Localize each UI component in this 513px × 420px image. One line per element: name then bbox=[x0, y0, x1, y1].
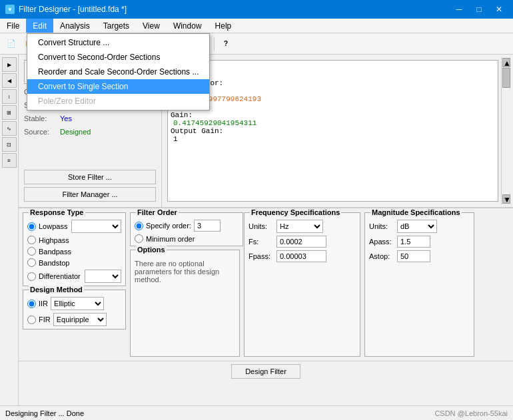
radio-iir[interactable]: IIR bbox=[27, 300, 48, 308]
fpass-input[interactable] bbox=[276, 250, 326, 262]
scroll-arrow-up[interactable]: ▲ bbox=[502, 58, 510, 67]
design-method-title: Design Method bbox=[29, 286, 84, 294]
fs-input[interactable] bbox=[276, 236, 326, 248]
filter-order-panel: Filter Order Specify order: bbox=[130, 212, 243, 246]
close-button[interactable]: ✕ bbox=[490, 3, 508, 16]
iir-row: IIR Elliptic bbox=[27, 297, 121, 310]
design-method-panel: Design Method IIR Elliptic bbox=[23, 290, 126, 329]
response-type-panel: Response Type Lowpass Highpass Bandpass bbox=[23, 212, 126, 286]
scroll-arrow-down[interactable]: ▼ bbox=[502, 194, 510, 204]
status-text: Designing Filter ... Done bbox=[5, 409, 84, 417]
scroll-track[interactable]: ▲ ▼ bbox=[501, 57, 510, 204]
text-denom-3: 0 bbox=[171, 103, 495, 111]
sidebar-btn-3[interactable]: ↕ bbox=[2, 89, 17, 104]
apass-row: Apass: bbox=[369, 236, 470, 248]
radio-specify-order[interactable]: Specify order: bbox=[135, 222, 191, 230]
source-row: Source: Designed bbox=[24, 126, 156, 137]
sidebar-btn-4[interactable]: ⊞ bbox=[2, 105, 17, 120]
sidebar-btn-2[interactable]: ◀ bbox=[2, 73, 17, 88]
sidebar-btn-5[interactable]: ∿ bbox=[2, 121, 17, 136]
mag-spec-panel: Magnitude Specifications Units: dB Apass… bbox=[364, 212, 474, 357]
fir-select[interactable]: Equiripple bbox=[53, 313, 107, 326]
design-method-content: IIR Elliptic FIR Equiripple bbox=[27, 297, 121, 326]
status-bar: Designing Filter ... Done CSDN @Lebron-5… bbox=[0, 405, 513, 420]
design-panel: Response Type Lowpass Highpass Bandpass bbox=[19, 208, 513, 381]
dropdown-pole-zero: Pole/Zero Editor bbox=[27, 94, 209, 108]
radio-differentiator[interactable]: Differentiator bbox=[27, 270, 121, 283]
radio-lowpass[interactable]: Lowpass bbox=[27, 220, 121, 233]
source-value: Designed bbox=[60, 128, 91, 136]
mag-units-select[interactable]: dB bbox=[397, 220, 437, 233]
dropdown-convert-second-order[interactable]: Convert to Second-Order Sections bbox=[27, 50, 209, 65]
filter-manager-button[interactable]: Filter Manager ... bbox=[24, 187, 156, 202]
store-filter-button[interactable]: Store Filter ... bbox=[24, 170, 156, 184]
menu-analysis[interactable]: Analysis bbox=[53, 19, 97, 33]
middle-design-col: Filter Order Specify order: bbox=[130, 212, 240, 357]
mag-spec-title: Magnitude Specifications bbox=[370, 208, 462, 216]
radio-minimum-order[interactable]: Minimum order bbox=[135, 234, 239, 243]
menu-window[interactable]: Window bbox=[167, 19, 209, 33]
radio-highpass[interactable]: Highpass bbox=[27, 236, 121, 244]
radio-fir[interactable]: FIR Equiripple bbox=[27, 313, 121, 326]
sidebar-btn-1[interactable]: ▶ bbox=[2, 57, 17, 72]
stable-row: Stable: Yes bbox=[24, 113, 156, 124]
edit-dropdown-menu: Convert Structure ... Convert to Second-… bbox=[27, 33, 210, 110]
units-label: Units: bbox=[249, 222, 274, 230]
options-text: There are no optional parameters for thi… bbox=[135, 260, 235, 284]
dropdown-convert-single[interactable]: Convert to Single Section bbox=[27, 79, 209, 94]
order-input[interactable] bbox=[194, 220, 221, 232]
scroll-thumb[interactable] bbox=[502, 68, 510, 88]
units-select[interactable]: Hz bbox=[276, 220, 323, 233]
freq-spec-title: Frequency Specifications bbox=[250, 208, 341, 216]
menu-edit[interactable]: Edit bbox=[26, 19, 53, 33]
text-display: 1 0 Denominator: 1 -0.63861997799624193 … bbox=[167, 60, 498, 202]
text-output-gain-label: Output Gain: bbox=[171, 127, 495, 135]
options-title: Options bbox=[136, 246, 167, 254]
fs-label: Fs: bbox=[249, 238, 274, 246]
freq-spec-content: Units: Hz Fs: Fpass: bbox=[249, 220, 356, 262]
toolbar-help[interactable]: ? bbox=[217, 36, 235, 52]
maximize-button[interactable]: □ bbox=[470, 3, 488, 16]
text-gain-value: 0.41745929041954311 bbox=[171, 119, 495, 127]
menu-targets[interactable]: Targets bbox=[97, 19, 136, 33]
watermark: CSDN @Lebron-55kai bbox=[434, 409, 508, 417]
apass-input[interactable] bbox=[397, 236, 430, 248]
iir-select[interactable]: Elliptic bbox=[51, 297, 104, 310]
menu-bar: File Edit Analysis Targets View Window H… bbox=[0, 19, 513, 33]
mag-units-label: Units: bbox=[369, 222, 394, 230]
mag-units-row: Units: dB bbox=[369, 220, 470, 233]
title-bar-left: ▼ Filter Designer - [untitled.fda *] bbox=[5, 5, 127, 14]
text-denom-1: 1 bbox=[171, 87, 495, 95]
sidebar-btn-7[interactable]: ≡ bbox=[2, 153, 17, 168]
options-panel: Options There are no optional parameters… bbox=[130, 250, 240, 357]
menu-view[interactable]: View bbox=[136, 19, 167, 33]
astop-input[interactable] bbox=[397, 250, 430, 262]
apass-label: Apass: bbox=[369, 238, 394, 246]
astop-row: Astop: bbox=[369, 250, 470, 262]
diff-select[interactable] bbox=[85, 270, 121, 283]
fs-row: Fs: bbox=[249, 236, 356, 248]
toolbar-sep-2 bbox=[214, 37, 215, 51]
title-bar: ▼ Filter Designer - [untitled.fda *] ─ □… bbox=[0, 0, 513, 19]
text-denom-2: -0.63861997799624193 bbox=[171, 95, 495, 103]
text-gain-label: Gain: bbox=[171, 111, 495, 119]
sidebar-btn-6[interactable]: ⊡ bbox=[2, 137, 17, 152]
stable-label: Stable: bbox=[24, 114, 57, 122]
dropdown-reorder-scale[interactable]: Reorder and Scale Second-Order Sections … bbox=[27, 65, 209, 79]
menu-help[interactable]: Help bbox=[209, 19, 239, 33]
design-filter-bar: Design Filter bbox=[19, 361, 513, 381]
menu-file[interactable]: File bbox=[0, 19, 26, 33]
stable-value: Yes bbox=[60, 114, 72, 122]
radio-bandpass[interactable]: Bandpass bbox=[27, 247, 121, 256]
astop-label: Astop: bbox=[369, 252, 394, 260]
radio-bandstop[interactable]: Bandstop bbox=[27, 258, 121, 267]
dropdown-convert-structure[interactable]: Convert Structure ... bbox=[27, 35, 209, 50]
lowpass-select[interactable] bbox=[71, 220, 121, 233]
filter-order-title: Filter Order bbox=[136, 208, 179, 216]
toolbar-new[interactable]: 📄 bbox=[3, 36, 20, 52]
units-row: Units: Hz bbox=[249, 220, 356, 233]
filter-order-content: Specify order: Minimum order bbox=[135, 220, 239, 243]
design-filter-button[interactable]: Design Filter bbox=[231, 364, 300, 379]
specify-row: Specify order: bbox=[135, 220, 239, 232]
minimize-button[interactable]: ─ bbox=[450, 3, 468, 16]
